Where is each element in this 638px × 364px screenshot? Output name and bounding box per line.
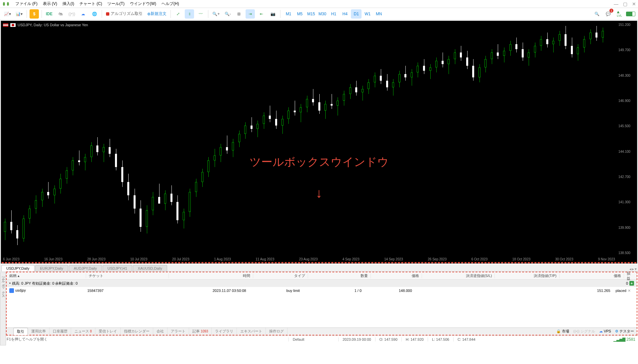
col-sl[interactable]: 決済逆指値(S/L)	[422, 273, 495, 278]
jp-flag-icon	[10, 23, 16, 27]
timeframe-w1[interactable]: W1	[362, 9, 373, 19]
notification-bell-icon[interactable]: 💬	[603, 9, 613, 19]
wave-icon[interactable]: 〰	[196, 9, 205, 19]
dollar-icon[interactable]: $	[30, 9, 39, 19]
new-order-button[interactable]: ⊕ 新規注文	[146, 9, 168, 19]
toolbar: 📈▾ 📊▾ $ IDE 🛍 ((•)) ☁ 🌐 アルゴリズム取引 ⊕ 新規注文 …	[0, 8, 638, 20]
toolbox-tab[interactable]: 口座履歴	[50, 328, 71, 335]
add-funds-icon[interactable]: +	[629, 281, 634, 286]
timeframe-d1[interactable]: D1	[351, 9, 362, 19]
signal-link[interactable]: ((•)) シグナル	[573, 329, 595, 334]
window-maximize-icon[interactable]: ▢	[623, 1, 627, 7]
ide-button[interactable]: IDE	[45, 9, 54, 19]
status-high: H: 147.920	[401, 337, 428, 341]
menu-chart[interactable]: チャート (C)	[79, 1, 102, 7]
col-price[interactable]: 価格	[371, 273, 422, 278]
cloud-icon[interactable]: ☁	[78, 9, 88, 19]
shopping-bag-icon[interactable]: 🛍	[56, 9, 65, 19]
app-logo-icon: ⬍⬍	[2, 1, 10, 7]
timeframe-mn[interactable]: MN	[373, 9, 384, 19]
search-icon[interactable]: 🔍	[592, 9, 601, 19]
zoom-out-icon[interactable]: 🔍-	[223, 9, 232, 19]
timeframe-h4[interactable]: H4	[340, 9, 350, 19]
col-price2[interactable]: 価格	[560, 273, 624, 278]
toolbox-tab[interactable]: 取引	[13, 328, 28, 335]
col-time[interactable]: 時間	[169, 273, 253, 278]
toolbox-tab[interactable]: 記事 1093	[189, 328, 212, 335]
us-flag-icon	[3, 23, 8, 27]
toolbox-tab[interactable]: 会社	[153, 328, 167, 335]
toolbox-vertical-label[interactable]: ツールボックス	[0, 272, 6, 345]
timeframe-m5[interactable]: M5	[294, 9, 305, 19]
toolbox-tab[interactable]: 操作ログ	[266, 328, 287, 335]
algo-trading-button[interactable]: アルゴリズム取引	[105, 9, 144, 19]
statusbar: F1を押してヘルプを開く Default 2023.09.19 00:00 O:…	[0, 335, 638, 343]
symbol-tab[interactable]: XAUUSD,Daily	[133, 265, 167, 271]
price-chart[interactable]: USDJPY, Daily: US Dollar vs Japanese Yen…	[1, 21, 637, 264]
scroll-right-icon[interactable]: ⇥	[246, 9, 255, 19]
status-help: F1を押してヘルプを開く	[3, 337, 288, 342]
menu-insert[interactable]: 挿入(I)	[62, 1, 74, 7]
candle-icon[interactable]: ⫴	[185, 9, 194, 19]
order-close-icon[interactable]: ✕	[628, 289, 631, 293]
menu-window[interactable]: ウインドウ(W)	[130, 1, 156, 7]
balance-row: • 残高: 0 JPY 有効証拠金: 0 余剰証拠金: 0 0 +	[7, 280, 637, 287]
symbol-tab[interactable]: USDJPY,Daily	[1, 265, 35, 271]
toolbox-tabs: 取引運用比率口座履歴ニュース 8受信トレイ指標カレンダー会社アラート記事 109…	[7, 327, 637, 335]
camera-icon[interactable]: 📷	[268, 9, 277, 19]
status-profile[interactable]: Default	[288, 337, 338, 341]
col-profit[interactable]: 損益	[624, 271, 637, 281]
signal-icon[interactable]: ((•))	[67, 9, 76, 19]
toolbox-tab[interactable]: エキスパート	[237, 328, 266, 335]
status-low: L: 147.506	[428, 337, 453, 341]
window-close-icon[interactable]: ✕	[632, 1, 636, 7]
timeframe-m15[interactable]: M15	[306, 9, 316, 19]
toolbox-panel: 銘柄 ▴ チケット 時間 タイプ 数量 価格 決済逆指値(S/L) 決済指値(T…	[6, 272, 637, 335]
toolbox-tab[interactable]: ニュース 8	[71, 328, 95, 335]
menu-view[interactable]: 表示 (V)	[43, 1, 57, 7]
toolbox-tab[interactable]: ライブラリ	[212, 328, 237, 335]
toolbox-tab[interactable]: 受信トレイ	[95, 328, 121, 335]
col-volume[interactable]: 数量	[308, 273, 371, 278]
globe-icon[interactable]: 🌐	[90, 9, 99, 19]
col-symbol[interactable]: 銘柄 ▴	[7, 273, 86, 278]
market-link[interactable]: 🔒 市場	[556, 329, 569, 334]
vps-link[interactable]: ☁ VPS	[599, 329, 611, 333]
toolbox-tab[interactable]: アラート	[167, 328, 189, 335]
bar-chart-dropdown-icon[interactable]: 📊▾	[14, 9, 24, 19]
battery-icon	[626, 12, 635, 16]
status-datetime: 2023.09.19 00:00	[338, 337, 375, 341]
symbol-tab[interactable]: AUDJPY,Daily	[69, 265, 102, 271]
order-type-icon	[9, 288, 14, 293]
crosshair-icon[interactable]: ⤢	[173, 9, 183, 19]
col-type[interactable]: タイプ	[253, 273, 308, 278]
grid-icon[interactable]: ⊞	[234, 9, 244, 19]
toolbox-tab[interactable]: 指標カレンダー	[121, 328, 153, 335]
menubar: ⬍⬍ ファイル (F) 表示 (V) 挿入(I) チャート (C) ツール(T)…	[0, 0, 638, 8]
connection-bars-icon[interactable]: ▁▃▅▇ 2581	[613, 337, 635, 342]
line-chart-dropdown-icon[interactable]: 📈▾	[3, 9, 12, 19]
toolbox-tab[interactable]: 運用比率	[28, 328, 50, 335]
timeframe-m30[interactable]: M30	[317, 9, 328, 19]
status-open: O: 147.590	[375, 337, 401, 341]
menu-help[interactable]: ヘルプ(H)	[161, 1, 179, 7]
col-ticket[interactable]: チケット	[86, 273, 169, 278]
scroll-left-icon[interactable]: ⇤	[257, 9, 266, 19]
menu-tools[interactable]: ツール(T)	[107, 1, 124, 7]
order-row[interactable]: usdjpy 15847397 2023.11.07 03:50:08 buy …	[7, 287, 637, 294]
timeframe-m1[interactable]: M1	[283, 9, 294, 19]
symbol-tab[interactable]: USDJPY,H1	[103, 265, 132, 271]
level-icon[interactable]: ⯅LVL	[615, 9, 624, 19]
col-tp[interactable]: 決済指値(T/P)	[495, 273, 559, 278]
window-minimize-icon[interactable]: —	[614, 1, 618, 7]
symbol-tab[interactable]: EURJPY,Daily	[35, 265, 68, 271]
status-close: C: 147.844	[453, 337, 479, 341]
timeframe-h1[interactable]: H1	[328, 9, 339, 19]
chart-title: USDJPY, Daily: US Dollar vs Japanese Yen	[18, 23, 88, 27]
symbol-tabs: USDJPY,DailyEURJPY,DailyAUDJPY,DailyUSDJ…	[0, 264, 638, 272]
price-axis: 151.200149.700148.300146.900145.500144.1…	[617, 21, 637, 257]
menu-file[interactable]: ファイル (F)	[15, 1, 38, 7]
zoom-in-icon[interactable]: 🔍+	[211, 9, 221, 19]
tester-link[interactable]: ⚙ テスター	[615, 329, 634, 334]
orders-table-header: 銘柄 ▴ チケット 時間 タイプ 数量 価格 決済逆指値(S/L) 決済指値(T…	[7, 272, 637, 280]
